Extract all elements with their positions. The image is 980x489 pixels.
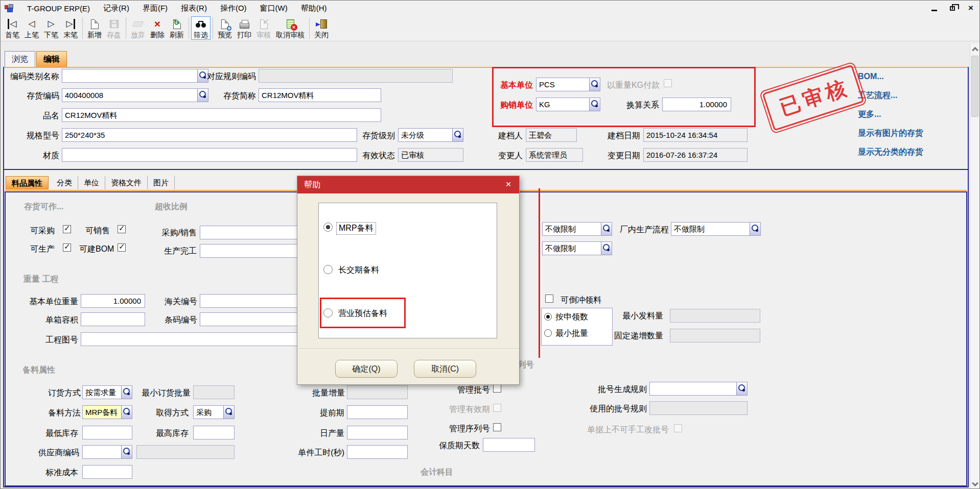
daily-output-field[interactable] [347,426,408,439]
lookup-icon[interactable] [121,386,132,399]
manage-serial-checkbox[interactable] [493,423,501,431]
scrollbar-thumb[interactable] [971,56,978,117]
dialog-cancel-button[interactable]: 取消(C) [414,360,476,378]
lookup-icon[interactable] [121,446,132,458]
issue-by-request-radio[interactable] [544,313,552,321]
subtab-qualification[interactable]: 资格文件 [105,176,148,189]
toolbar-first-record[interactable]: ◁首笔 [3,16,22,40]
lookup-icon[interactable] [589,98,600,111]
scroll-down-button[interactable] [970,479,979,489]
level-field[interactable]: 未分级 [398,128,463,142]
shelf-days-field[interactable] [483,438,535,452]
restriction-field-1[interactable]: 不做限制 [542,222,612,236]
close-window-button[interactable]: × [965,4,976,13]
backflush-checkbox[interactable] [545,295,553,303]
conversion-field[interactable]: 1.00000 [662,97,731,111]
toolbar-preview[interactable]: 预览 [215,16,235,40]
trade-unit-field[interactable]: KG [536,97,600,111]
issue-by-min-batch-radio[interactable] [544,329,552,337]
std-cost-field[interactable] [82,465,132,479]
link-process-flow[interactable]: 工艺流程... [858,90,897,101]
menu-window[interactable]: 窗口(W) [253,2,294,15]
toolbar-next-record[interactable]: ▷下笔 [41,16,61,40]
lead-time-field[interactable] [347,405,408,419]
batch-rule-field[interactable] [649,382,748,396]
toolbar-close[interactable]: 关闭 [312,16,331,40]
toolbar-filter[interactable]: 筛选 [191,16,211,40]
minimize-button[interactable] [928,4,940,13]
lookup-icon[interactable] [750,223,760,235]
option-mrp-label[interactable]: MRP备料 [336,222,376,235]
lookup-icon[interactable] [452,129,463,141]
menu-operation[interactable]: 操作(O) [214,2,253,15]
box-volume-field[interactable] [81,312,145,326]
manage-batch-checkbox[interactable] [493,384,501,393]
toolbar-prev-record[interactable]: ◁上笔 [22,16,41,40]
subtab-category[interactable]: 分类 [51,176,78,189]
link-show-unclassified[interactable]: 显示无分类的存货 [858,147,923,158]
supplier-code-field[interactable] [82,445,132,459]
unit-weight-field[interactable]: 1.00000 [81,294,145,308]
option-sales-forecast-radio[interactable] [323,308,333,317]
toolbar-refresh[interactable]: ↻刷新 [167,16,186,40]
base-unit-field[interactable]: PCS [536,78,600,91]
lookup-icon[interactable] [601,223,612,235]
producible-checkbox[interactable] [63,243,71,252]
menu-record[interactable]: 记录(R) [97,2,136,15]
material-field[interactable] [62,148,357,162]
vertical-scrollbar[interactable] [970,43,979,489]
customs-code-field[interactable] [200,294,302,308]
prep-method-field[interactable]: MRP备料 [82,405,132,419]
subtab-image[interactable]: 图片 [148,176,175,189]
restore-button[interactable] [947,4,958,13]
option-mrp-radio[interactable] [323,223,333,232]
spec-field[interactable]: 250*240*35 [62,128,357,142]
purchase-sale-ratio-field[interactable] [200,226,302,239]
link-more[interactable]: 更多... [858,109,881,120]
tab-edit[interactable]: 编辑 [36,51,67,67]
max-stock-field[interactable] [193,426,235,439]
menu-help[interactable]: 帮助(H) [294,2,334,15]
link-show-with-images[interactable]: 显示有图片的存货 [858,128,923,139]
purchasable-checkbox[interactable] [63,225,71,233]
can-bom-checkbox[interactable] [118,243,126,252]
code-category-field[interactable] [62,69,208,83]
production-finish-field[interactable] [200,244,302,258]
issue-by-request-label[interactable]: 按申领数 [555,312,606,322]
toolbar-print[interactable]: 打印 [235,16,254,40]
lookup-icon[interactable] [601,242,612,255]
option-long-lead-radio[interactable] [323,265,333,274]
link-bom[interactable]: BOM... [858,72,884,81]
item-abbr-field[interactable]: CR12MOV精料 [259,88,381,102]
lookup-icon[interactable] [121,406,132,419]
scroll-up-button[interactable] [970,43,979,54]
lookup-icon[interactable] [223,406,234,419]
sellable-checkbox[interactable] [118,225,126,233]
acquire-mode-field[interactable]: 采购 [193,405,235,419]
dialog-close-button[interactable]: × [501,176,516,193]
lookup-icon[interactable] [736,382,747,395]
unit-time-field[interactable] [347,445,408,459]
toolbar-last-record[interactable]: ▷末笔 [61,16,80,40]
tab-browse[interactable]: 浏览 [5,51,35,67]
restriction-field-2[interactable]: 不做限制 [542,241,612,255]
item-name-field[interactable]: CR12MOV精料 [62,108,381,122]
factory-flow-field[interactable]: 不做限制 [671,222,761,236]
drawing-no-field[interactable] [81,332,302,346]
menu-report[interactable]: 报表(R) [174,2,214,15]
order-mode-field[interactable]: 按需求量 [82,385,132,399]
subtab-unit[interactable]: 单位 [78,176,105,189]
min-stock-field[interactable] [82,426,132,439]
menu-interface[interactable]: 界面(F) [136,2,174,15]
subtab-item-attributes[interactable]: 料品属性 [6,176,49,189]
dialog-ok-button[interactable]: 确定(Q) [335,360,398,378]
issue-by-min-batch-label[interactable]: 最小批量 [555,328,606,338]
option-long-lead-label[interactable]: 长交期备料 [338,265,379,276]
toolbar-new[interactable]: 新增 [85,16,104,40]
lookup-icon[interactable] [589,78,600,91]
option-sales-forecast-label[interactable]: 营业预估备料 [338,308,387,319]
toolbar-cancel-audit[interactable]: 取消审核 [273,16,307,40]
barcode-field[interactable] [200,312,302,326]
lookup-icon[interactable] [197,89,208,102]
item-code-field[interactable]: 400400008 [62,88,208,102]
